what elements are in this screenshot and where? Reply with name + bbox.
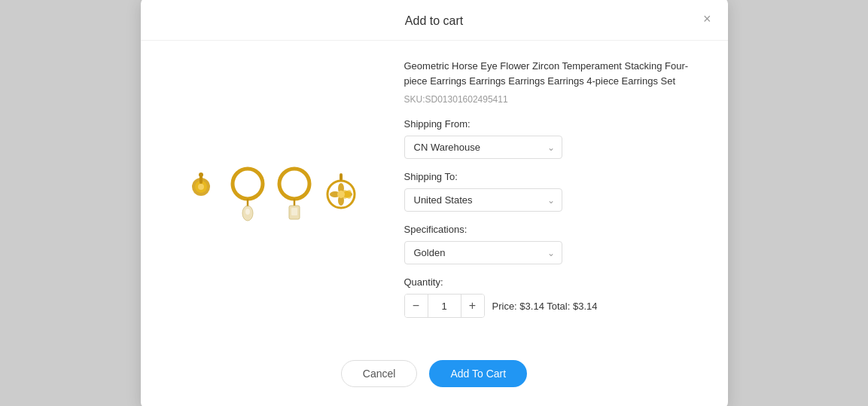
svg-point-9 xyxy=(279,169,309,199)
svg-point-4 xyxy=(199,172,203,177)
quantity-label: Quantity: xyxy=(404,276,707,288)
svg-point-2 xyxy=(198,184,204,190)
shipping-from-select[interactable]: CN Warehouse US Warehouse xyxy=(404,136,562,159)
svg-point-5 xyxy=(233,169,263,199)
earring-image-3 xyxy=(275,164,314,224)
svg-point-8 xyxy=(245,209,250,215)
specifications-select[interactable]: Golden Silver Rose Gold xyxy=(404,241,562,264)
plus-icon: + xyxy=(469,299,476,313)
shipping-to-group: Shipping To: United States United Kingdo… xyxy=(404,171,707,212)
modal-footer: Cancel Add To Cart xyxy=(141,348,728,406)
shipping-to-select[interactable]: United States United Kingdom Canada Aust… xyxy=(404,188,562,212)
shipping-to-label: Shipping To: xyxy=(404,171,707,182)
shipping-to-select-wrapper: United States United Kingdom Canada Aust… xyxy=(404,188,562,212)
shipping-from-label: Shipping From: xyxy=(404,118,707,130)
quantity-input[interactable] xyxy=(428,295,461,317)
earring-image-2 xyxy=(228,164,267,224)
svg-rect-21 xyxy=(340,173,343,181)
quantity-row: − + Price: $3.14 Total: $3.14 xyxy=(404,294,707,318)
product-sku: SKU:SD01301602495411 xyxy=(404,94,707,105)
svg-point-20 xyxy=(337,191,345,198)
add-to-cart-button[interactable]: Add To Cart xyxy=(429,360,527,387)
svg-rect-12 xyxy=(291,208,297,215)
price-display: Price: $3.14 Total: $3.14 xyxy=(492,301,598,312)
quantity-control: − + xyxy=(404,294,485,318)
minus-icon: − xyxy=(413,299,419,313)
earring-image-1 xyxy=(181,172,221,217)
modal-title: Add to cart xyxy=(405,14,463,27)
specifications-label: Specifications: xyxy=(404,224,707,235)
modal-body: Geometric Horse Eye Flower Zircon Temper… xyxy=(141,41,728,348)
cancel-button[interactable]: Cancel xyxy=(341,360,418,387)
shipping-from-select-wrapper: CN Warehouse US Warehouse ⌄ xyxy=(404,136,562,159)
product-images xyxy=(162,59,380,330)
modal-overlay: Add to cart × xyxy=(0,0,868,406)
product-info: Geometric Horse Eye Flower Zircon Temper… xyxy=(404,59,707,330)
earring-image-4 xyxy=(321,172,361,217)
modal-header: Add to cart × xyxy=(141,0,728,41)
specifications-select-wrapper: Golden Silver Rose Gold ⌄ xyxy=(404,241,562,264)
quantity-group: Quantity: − + Price: $3.14 Total: $3.14 xyxy=(404,276,707,318)
product-name: Geometric Horse Eye Flower Zircon Temper… xyxy=(404,59,707,88)
close-button[interactable]: × xyxy=(700,9,714,29)
add-to-cart-modal: Add to cart × xyxy=(141,0,728,406)
quantity-decrease-button[interactable]: − xyxy=(405,295,428,317)
quantity-increase-button[interactable]: + xyxy=(461,295,484,317)
shipping-from-group: Shipping From: CN Warehouse US Warehouse… xyxy=(404,118,707,159)
specifications-group: Specifications: Golden Silver Rose Gold … xyxy=(404,224,707,264)
